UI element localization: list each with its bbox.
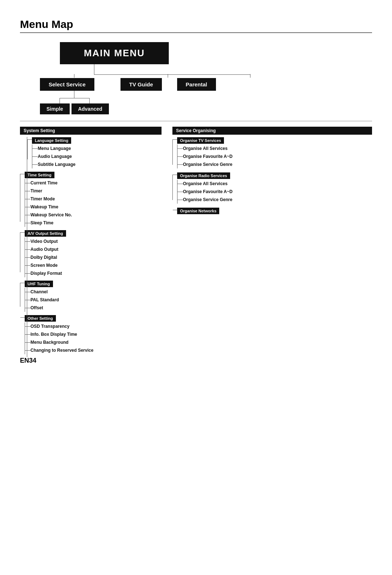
time-setting-group: Time Setting Current Time Timer (20, 171, 162, 227)
language-setting-label: Language Setting (32, 137, 71, 144)
service-organising-header: Service Organising (172, 127, 372, 135)
page-title: Menu Map (20, 18, 372, 30)
item-offset: Offset (30, 305, 43, 310)
item-menu-language: Menu Language (38, 146, 71, 151)
v-conn-parental (250, 74, 250, 78)
organise-radio-group: Organise Radio Services Organise All Ser… (172, 172, 372, 204)
item-tv-organise-genre: Organise Service Genre (183, 162, 232, 167)
item-osd-transparency: OSD Transparency (30, 324, 69, 329)
organise-networks-label: Organise Networks (177, 208, 219, 214)
item-video-output: Video Output (30, 239, 58, 244)
item-radio-organise-genre: Organise Service Genre (183, 197, 232, 202)
other-setting-group: Other Setting OSD Transparency I (20, 315, 162, 354)
v-conn-tvguide (168, 74, 168, 78)
nav-tv-guide[interactable]: TV Guide (121, 78, 162, 91)
item-pal-standard: PAL Standard (30, 297, 59, 302)
nav-select-service[interactable]: Select Service (40, 78, 94, 91)
item-current-time: Current Time (30, 180, 57, 185)
page-bottom-label: EN34 (20, 357, 36, 364)
item-tv-organise-all: Organise All Services (183, 146, 228, 151)
item-tv-organise-fav: Organise Favourite A~D (183, 154, 233, 159)
item-radio-organise-all: Organise All Services (183, 181, 228, 186)
service-organising-tree: Service Organising Organise TV Services … (172, 127, 372, 357)
system-setting-tree: System Setting Language Setting (20, 127, 162, 357)
organise-networks-group: Organise Networks (172, 207, 372, 214)
other-setting-label: Other Setting (25, 315, 56, 322)
language-setting-group: Language Setting Menu Language (20, 137, 162, 168)
item-display-format: Display Format (30, 271, 62, 276)
ss-connector-area (40, 91, 372, 103)
item-menu-background: Menu Background (30, 340, 69, 345)
item-timer-mode: Timer Mode (30, 196, 55, 201)
uhf-tuning-label: UHF Tuning (25, 281, 53, 287)
title-divider (20, 32, 372, 33)
time-setting-label: Time Setting (25, 172, 54, 178)
item-subtitle-language: Subtitle Language (38, 162, 75, 167)
lower-section: System Setting Language Setting (20, 127, 372, 357)
organise-radio-label: Organise Radio Services (177, 172, 230, 179)
v-conn-select (74, 74, 74, 78)
item-changing-reserved-service: Changing to Reserved Service (30, 348, 93, 353)
av-output-label: A/V Output Setting (25, 230, 66, 237)
item-wakeup-time: Wakeup Time (30, 204, 58, 209)
item-audio-output: Audio Output (30, 247, 58, 252)
system-setting-header: System Setting (20, 127, 162, 135)
item-wakeup-service-no: Wakeup Service No. (30, 212, 72, 217)
av-output-group: A/V Output Setting Video Output (20, 230, 162, 277)
section-divider (20, 121, 372, 121)
item-channel: Channel (30, 289, 48, 294)
item-audio-language: Audio Language (38, 154, 72, 159)
organise-tv-group: Organise TV Services Organise All Servic… (172, 137, 372, 168)
item-dolby-digital: Dolby Digital (30, 255, 57, 260)
item-timer: Timer (30, 188, 42, 193)
nav-advanced[interactable]: Advanced (72, 103, 109, 114)
v-line-main (94, 64, 94, 74)
item-sleep-time: Sleep Time (30, 220, 53, 225)
item-info-box-display-time: Info. Box Display Time (30, 332, 77, 337)
page-body: Menu Map MAIN MENU Select Service TV Gui… (0, 0, 392, 379)
uhf-tuning-group: UHF Tuning Channel PAL Standard (20, 280, 162, 312)
main-menu-box: MAIN MENU (60, 42, 169, 64)
nav-parental[interactable]: Parental (177, 78, 216, 91)
sub-nav: Simple Advanced (40, 103, 372, 114)
nav-simple[interactable]: Simple (40, 103, 70, 114)
item-radio-organise-fav: Organise Favourite A~D (183, 189, 233, 194)
organise-tv-label: Organise TV Services (177, 137, 224, 144)
item-screen-mode: Screen Mode (30, 263, 58, 268)
top-nav: Select Service TV Guide Parental (40, 74, 372, 91)
